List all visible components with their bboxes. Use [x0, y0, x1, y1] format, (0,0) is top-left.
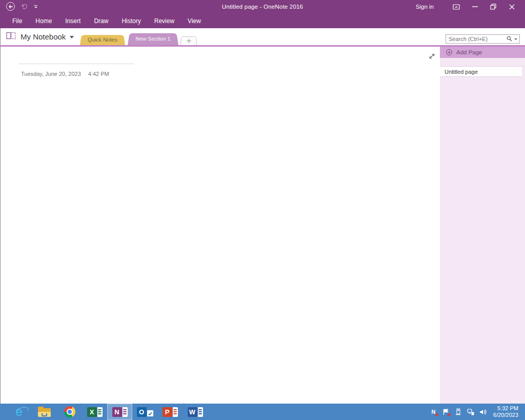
section-tabs: Quick Notes New Section 1 — [80, 32, 197, 45]
full-page-view-icon[interactable] — [427, 51, 436, 61]
menu-insert[interactable]: Insert — [58, 13, 87, 28]
taskbar-excel-button[interactable]: X — [82, 404, 107, 420]
page-title-underline — [18, 64, 134, 64]
window-title: Untitled page - OneNote 2016 — [103, 0, 422, 13]
menu-draw[interactable]: Draw — [87, 13, 115, 28]
notebook-navigation-bar: My Notebook Quick Notes New Section 1 — [0, 28, 525, 45]
taskbar-powerpoint-button[interactable]: P — [157, 404, 183, 420]
search-scope-chevron-icon[interactable] — [514, 38, 517, 40]
file-explorer-icon — [38, 407, 51, 417]
taskbar-word-button[interactable]: W — [183, 404, 208, 420]
ribbon-display-options-icon[interactable] — [447, 0, 466, 13]
quick-access-toolbar — [6, 2, 37, 11]
add-page-label: Add Page — [456, 49, 482, 55]
clock-time: 5:32 PM — [493, 405, 518, 412]
chrome-icon — [64, 406, 75, 417]
taskbar-file-explorer-button[interactable] — [32, 404, 57, 420]
restore-button[interactable] — [484, 0, 502, 13]
volume-icon[interactable] — [479, 408, 487, 416]
page-list: Untitled page — [440, 66, 525, 77]
menu-file[interactable]: File — [6, 13, 29, 28]
chevron-down-icon — [70, 36, 74, 38]
titlebar: Untitled page - OneNote 2016 Sign in — [0, 0, 525, 13]
taskbar-outlook-button[interactable]: O — [132, 404, 157, 420]
section-tab-new-section-1[interactable]: New Section 1 — [128, 33, 178, 45]
clock-date: 6/20/2023 — [493, 412, 518, 418]
back-button[interactable] — [6, 2, 15, 11]
create-section-tab[interactable] — [180, 36, 197, 45]
plus-circle-icon — [446, 49, 452, 55]
error-x-badge — [447, 413, 451, 416]
search-box[interactable] — [446, 34, 520, 44]
search-icon — [507, 34, 512, 44]
sign-in-link[interactable]: Sign in — [416, 4, 434, 10]
safely-remove-hardware-icon[interactable] — [454, 408, 462, 416]
outlook-icon: O — [137, 407, 153, 417]
notebook-dropdown[interactable]: My Notebook — [6, 31, 74, 42]
page-time: 4:42 PM — [88, 71, 109, 77]
page-list-item[interactable]: Untitled page — [440, 66, 523, 77]
minimize-button[interactable] — [466, 0, 484, 13]
internet-explorer-icon: e — [16, 406, 23, 417]
add-page-button[interactable]: Add Page — [440, 47, 525, 58]
excel-icon: X — [87, 407, 103, 417]
customize-quick-access-toolbar-icon[interactable] — [34, 5, 37, 8]
taskbar-chrome-button[interactable] — [57, 404, 82, 420]
page-list-sidebar: Add Page Untitled page — [440, 47, 525, 404]
menu-view[interactable]: View — [181, 13, 208, 28]
page-date-stamp: Tuesday, June 20, 2023 4:42 PM — [21, 71, 109, 77]
word-icon: W — [188, 407, 203, 417]
onenote-icon: N — [112, 407, 128, 417]
powerpoint-icon: P — [163, 407, 178, 417]
windows-taskbar: e X N O — [0, 404, 525, 420]
close-button[interactable] — [502, 0, 521, 13]
page-date: Tuesday, June 20, 2023 — [21, 71, 81, 77]
system-tray: N 5:32 PM 6/20/2023 — [430, 404, 525, 420]
onenote-window: Untitled page - OneNote 2016 Sign in Fil… — [0, 0, 525, 420]
notebook-name: My Notebook — [21, 32, 66, 41]
undo-icon[interactable] — [21, 4, 28, 9]
notebook-icon — [6, 31, 16, 42]
menu-review[interactable]: Review — [148, 13, 181, 28]
taskbar-onenote-button[interactable]: N — [107, 404, 132, 420]
taskbar-clock[interactable]: 5:32 PM 6/20/2023 — [493, 405, 518, 418]
network-icon[interactable] — [467, 408, 474, 416]
page-canvas[interactable]: Tuesday, June 20, 2023 4:42 PM — [0, 47, 440, 404]
error-x-badge — [435, 413, 438, 416]
search-input[interactable] — [446, 36, 507, 42]
menu-home[interactable]: Home — [29, 13, 58, 28]
ribbon-tab-bar: File Home Insert Draw History Review Vie… — [0, 13, 525, 28]
action-center-flag-icon[interactable] — [442, 408, 450, 416]
taskbar-internet-explorer-button[interactable]: e — [7, 404, 32, 420]
section-tab-quick-notes[interactable]: Quick Notes — [80, 35, 125, 45]
menu-history[interactable]: History — [115, 13, 147, 28]
onenote-tray-status-icon[interactable]: N — [430, 408, 437, 416]
plus-icon — [186, 39, 191, 43]
